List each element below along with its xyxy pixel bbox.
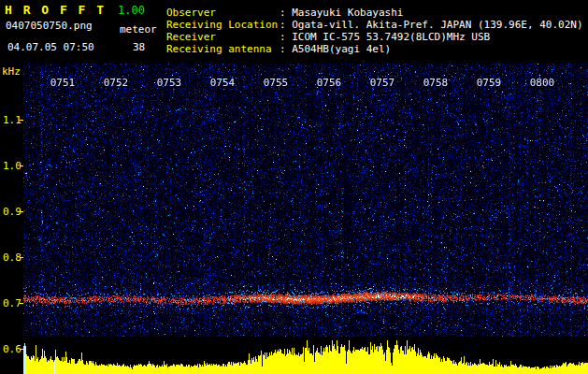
time-tick-label: 0756 [314, 77, 344, 89]
info-value: A504HB(yagi 4el) [292, 43, 391, 55]
freq-tick-label: 0.9 [3, 206, 22, 218]
hrofft-screen: H R O F F T 1.00 0407050750.png meteor 0… [0, 0, 588, 374]
info-separator: : [280, 19, 292, 31]
info-label: Observer [166, 7, 280, 19]
time-tick-label: 0757 [367, 77, 397, 89]
info-label: Receiver [166, 31, 280, 43]
observation-datetime: 04.07.05 07:50 [7, 41, 94, 53]
time-tick-label: 0758 [421, 77, 451, 89]
signal-level-canvas [23, 339, 588, 374]
time-tick-label: 0755 [261, 77, 291, 89]
info-separator: : [280, 43, 292, 55]
info-row-0: Observer: Masayuki Kobayashi [166, 7, 583, 19]
info-separator: : [280, 31, 292, 43]
time-tick-label: 0753 [154, 77, 184, 89]
info-value: ICOM IC-575 53.7492(8LCD)MHz USB [292, 31, 490, 43]
meteor-count: 38 [133, 41, 145, 53]
station-info: Observer: Masayuki KobayashiReceiving Lo… [166, 7, 583, 55]
info-separator: : [280, 7, 292, 19]
app-title: H R O F F T [5, 3, 106, 17]
time-tick-label: 0752 [101, 77, 131, 89]
time-tick-label: 0754 [208, 77, 237, 89]
time-tick-label: 0751 [48, 77, 78, 89]
time-tick-label: 0800 [527, 77, 557, 89]
app-version: 1.00 [118, 4, 145, 17]
time-tick-label: 0759 [474, 77, 504, 89]
spectrogram-canvas [23, 64, 588, 337]
frequency-axis-unit: kHz [2, 65, 21, 78]
time-axis: 0751075207530754075507560757075807590800 [23, 64, 588, 92]
info-value: Masayuki Kobayashi [292, 7, 403, 19]
frequency-axis: kHz 1.11.00.90.80.70.6 [0, 64, 23, 374]
info-row-2: Receiver: ICOM IC-575 53.7492(8LCD)MHz U… [166, 31, 583, 43]
freq-tick-label: 0.8 [3, 252, 22, 264]
freq-tick-label: 1.1 [3, 114, 22, 126]
freq-tick-label: 0.6 [3, 343, 22, 355]
info-row-1: Receiving Location: Ogata-vill. Akita-Pr… [166, 19, 583, 31]
info-value: Ogata-vill. Akita-Pref. JAPAN (139.96E, … [292, 19, 582, 31]
info-label: Receiving Location [166, 19, 280, 31]
info-row-3: Receiving antenna: A504HB(yagi 4el) [166, 43, 583, 55]
info-label: Receiving antenna [166, 43, 280, 55]
freq-tick-label: 0.7 [3, 297, 22, 309]
mode-label: meteor [120, 23, 157, 36]
output-filename: 0407050750.png [6, 20, 93, 32]
freq-tick-label: 1.0 [3, 160, 22, 172]
